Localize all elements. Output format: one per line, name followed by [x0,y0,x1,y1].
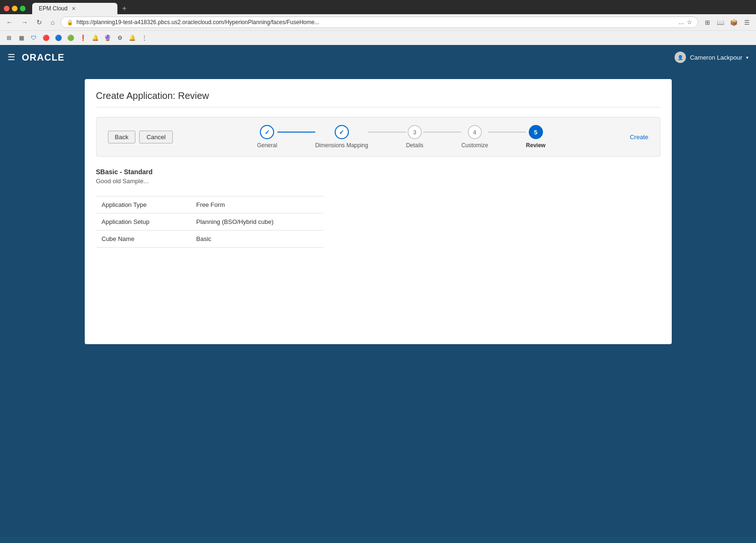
step-1-label: General [257,142,277,149]
extension-blue-icon[interactable]: 🔵 [53,33,63,43]
review-field-label: Application Setup [96,214,191,231]
extension-green-icon[interactable]: 🟢 [65,33,76,43]
tab-bar: EPM Cloud ✕ + [0,0,756,14]
application-description: Good old Sample... [96,178,660,185]
back-btn[interactable]: ← [4,17,15,27]
browser-chrome: EPM Cloud ✕ + ← → ↻ ⌂ 🔒 https://planning… [0,0,756,45]
extensions-icon[interactable]: ⊞ [702,17,712,27]
new-tab-btn[interactable]: + [119,3,129,14]
cancel-button[interactable]: Cancel [139,131,172,143]
review-field-value: Planning (BSO/Hybrid cube) [191,214,323,231]
step-customize: 4 Customize [461,125,488,149]
refresh-btn[interactable]: ↻ [34,17,44,27]
hamburger-menu-btn[interactable]: ☰ [8,52,15,62]
back-button[interactable]: Back [108,131,136,143]
extension-notify-icon[interactable]: 🔔 [127,33,137,43]
connector-1-2 [277,132,315,133]
main-background: Create Application: Review Back Cancel ✓… [0,70,756,537]
step-details: 3 Details [406,125,424,149]
bookmarks-bar-icon[interactable]: ⊞ [4,33,14,43]
step-1-circle: ✓ [260,125,274,139]
wizard-actions-left: Back Cancel [108,131,173,143]
step-2-label: Dimensions Mapping [315,142,368,149]
browser-toolbar: ⊞ ▦ 🛡 🔴 🔵 🟢 ❗ 🔔 🔮 ⚙ 🔔 ⋮ [0,30,756,45]
step-general: ✓ General [257,125,277,149]
minimize-window-btn[interactable] [12,6,18,11]
bookmark-icon: … [678,19,684,26]
url-text: https://planning19-test-a418326.pbcs.us2… [76,19,676,26]
extension-purple-icon[interactable]: 🔮 [102,33,113,43]
review-row: Cube Name Basic [96,231,323,248]
review-field-value: Basic [191,231,323,248]
nav-bar: ← → ↻ ⌂ 🔒 https://planning19-test-a41832… [0,14,756,30]
header-left: ☰ ORACLE [8,52,64,63]
review-table: Application Type Free Form Application S… [96,196,323,248]
review-row: Application Setup Planning (BSO/Hybrid c… [96,214,323,231]
tab-title: EPM Cloud [39,5,68,12]
shield-icon[interactable]: 🛡 [28,33,39,43]
review-field-label: Application Type [96,196,191,214]
active-tab[interactable]: EPM Cloud ✕ [32,3,117,14]
pocket-icon[interactable]: 📦 [729,17,739,27]
step-3-circle: 3 [408,125,422,139]
step-dimensions: ✓ Dimensions Mapping [315,125,368,149]
tab-close-btn[interactable]: ✕ [71,6,76,12]
create-button[interactable]: Create [630,134,648,141]
user-avatar: 👤 [675,52,686,63]
header-right: 👤 Cameron Lackpour ▾ [675,52,748,63]
home-btn[interactable]: ⌂ [48,17,57,27]
review-field-value: Free Form [191,196,323,214]
steps-container: ✓ General ✓ Dimensions Mapping 3 Details [173,125,630,149]
extension-menu-icon[interactable]: ⋮ [139,33,150,43]
connector-3-4 [423,132,461,133]
maximize-window-btn[interactable] [20,6,26,11]
connector-4-5 [488,132,526,133]
step-3-label: Details [406,142,424,149]
step-5-label: Review [526,142,545,149]
grid-icon[interactable]: ▦ [16,33,27,43]
reader-icon[interactable]: 📖 [715,17,726,27]
review-row: Application Type Free Form [96,196,323,214]
connector-2-3 [368,132,406,133]
step-review: 5 Review [526,125,545,149]
page-title: Create Application: Review [96,90,660,107]
extension-red-icon[interactable]: 🔴 [41,33,51,43]
forward-btn[interactable]: → [19,17,30,27]
menu-icon[interactable]: ☰ [742,17,752,27]
step-4-circle: 4 [468,125,482,139]
step-2-circle: ✓ [335,125,349,139]
user-name[interactable]: Cameron Lackpour [690,54,742,61]
review-field-label: Cube Name [96,231,191,248]
application-name: SBasic - Standard [96,168,660,176]
star-icon: ☆ [687,19,692,26]
step-5-circle: 5 [529,125,543,139]
close-window-btn[interactable] [4,6,9,11]
browser-toolbar-icons: ⊞ 📖 📦 ☰ [702,17,752,27]
lock-icon: 🔒 [67,19,73,26]
window-controls [4,6,26,11]
address-bar[interactable]: 🔒 https://planning19-test-a418326.pbcs.u… [61,17,698,28]
settings-icon[interactable]: ⚙ [115,33,125,43]
step-4-label: Customize [461,142,488,149]
extension-red2-icon[interactable]: ❗ [78,33,88,43]
wizard-stepper: Back Cancel ✓ General ✓ Dimensions Mappi… [96,117,660,157]
app-header: ☰ ORACLE 👤 Cameron Lackpour ▾ [0,45,756,70]
extension-orange-icon[interactable]: 🔔 [90,33,100,43]
user-dropdown-icon[interactable]: ▾ [746,55,748,60]
oracle-logo: ORACLE [22,52,64,63]
content-card: Create Application: Review Back Cancel ✓… [85,79,672,344]
